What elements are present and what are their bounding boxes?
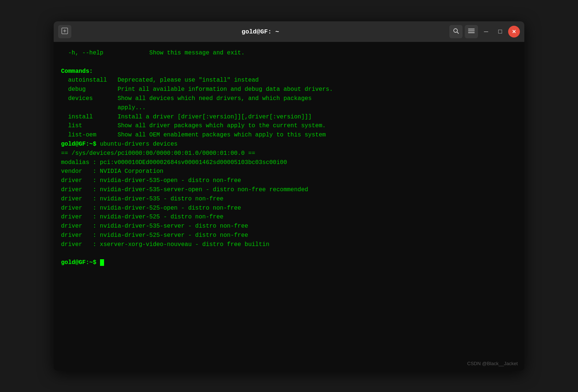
terminal-line: driver : nvidia-driver-535-server - dist… xyxy=(61,222,517,231)
menu-icon xyxy=(468,28,475,35)
watermark: CSDN @Black__Jacket xyxy=(467,361,518,366)
terminal-line: driver : nvidia-driver-525 - distro non-… xyxy=(61,213,517,222)
terminal-line: driver : nvidia-driver-535-open - distro… xyxy=(61,176,517,185)
terminal-line: driver : nvidia-driver-525-server - dist… xyxy=(61,231,517,240)
new-tab-icon xyxy=(61,28,68,36)
close-icon: ✕ xyxy=(512,29,516,35)
terminal-line: install Install a driver [driver[:versio… xyxy=(61,113,517,122)
terminal-line: driver : nvidia-driver-535 - distro non-… xyxy=(61,195,517,204)
terminal-line: list Show all driver packages which appl… xyxy=(61,121,517,131)
cursor-block xyxy=(100,259,104,266)
close-button[interactable]: ✕ xyxy=(508,26,520,38)
terminal-line: driver : nvidia-driver-525-open - distro… xyxy=(61,204,517,213)
terminal-line xyxy=(61,249,517,259)
titlebar-left xyxy=(58,25,71,38)
terminal-line: vendor : NVIDIA Corporation xyxy=(61,167,517,176)
svg-line-4 xyxy=(457,32,459,33)
minimize-button[interactable]: ─ xyxy=(480,26,492,38)
window-title: gold@GF: ~ xyxy=(71,28,449,35)
maximize-icon: ☐ xyxy=(498,29,503,35)
terminal-line: devices Show all devices which need driv… xyxy=(61,94,517,103)
terminal-line: -h, --help Show this message and exit. xyxy=(61,49,517,58)
terminal-line: Commands: xyxy=(61,67,517,76)
terminal-line: driver : xserver-xorg-video-nouveau - di… xyxy=(61,240,517,249)
prompt-text: gold@GF:~$ xyxy=(61,141,100,147)
terminal-window: gold@GF: ~ xyxy=(54,21,524,371)
terminal-line: modalias : pci:v000010DEd00002684sv00001… xyxy=(61,158,517,167)
terminal-line xyxy=(61,58,517,67)
titlebar: gold@GF: ~ xyxy=(54,21,524,42)
search-icon xyxy=(453,28,459,36)
new-tab-button[interactable] xyxy=(58,25,71,38)
terminal-line: gold@GF:~$ xyxy=(61,258,517,267)
titlebar-right: ─ ☐ ✕ xyxy=(449,25,520,38)
terminal-line: autoinstall Deprecated, please use "inst… xyxy=(61,76,517,85)
search-button[interactable] xyxy=(449,25,463,38)
prompt-text: gold@GF:~$ xyxy=(61,259,100,266)
menu-button[interactable] xyxy=(465,25,478,38)
terminal-line: == /sys/devices/pci0000:00/0000:00:01.0/… xyxy=(61,149,517,158)
terminal-line: debug Print all available information an… xyxy=(61,85,517,94)
command-text: ubuntu-drivers devices xyxy=(100,141,178,147)
terminal-line: gold@GF:~$ ubuntu-drivers devices xyxy=(61,140,517,149)
minimize-icon: ─ xyxy=(484,29,488,35)
terminal-line: list-oem Show all OEM enablement package… xyxy=(61,131,517,140)
terminal-body[interactable]: -h, --help Show this message and exit. C… xyxy=(54,42,524,371)
terminal-content: -h, --help Show this message and exit. C… xyxy=(61,49,517,267)
terminal-line: driver : nvidia-driver-535-server-open -… xyxy=(61,185,517,195)
terminal-line: apply... xyxy=(61,103,517,113)
maximize-button[interactable]: ☐ xyxy=(494,26,506,38)
